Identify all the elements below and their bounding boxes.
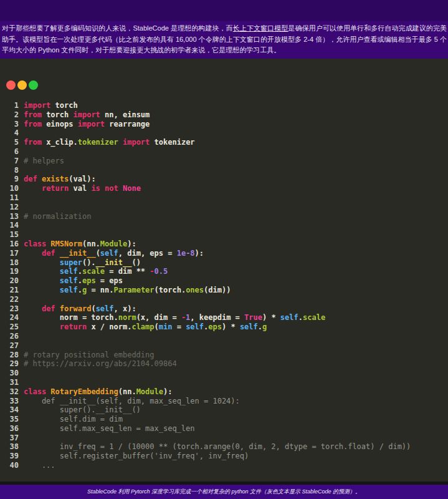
code-line-content: [19, 166, 24, 175]
code-line: 18 super().__init__(): [0, 258, 448, 268]
code-line-content: [19, 203, 24, 212]
code-line-content: [19, 230, 24, 240]
code-line: 24 norm = torch.norm(x, dim = -1, keepdi…: [0, 313, 448, 322]
code-line-content: # helpers: [19, 157, 64, 166]
code-line-content: import torch: [19, 101, 78, 110]
code-line-content: ...: [19, 461, 55, 470]
code-line-content: # normalization: [19, 212, 91, 221]
line-number: 40: [0, 461, 19, 470]
code-line: 1import torch: [0, 101, 448, 110]
code-line: 26: [0, 332, 448, 341]
code-line-content: self.scale = dim ** -0.5: [19, 267, 168, 276]
code-line-content: from einops import rearrange: [19, 120, 150, 129]
long-context-window-link[interactable]: 长上下文窗口模型: [233, 24, 288, 32]
code-line-content: def forward(self, x):: [19, 304, 136, 314]
code-line: 23 def forward(self, x):: [0, 304, 448, 314]
line-number: 30: [0, 369, 19, 378]
code-line: 16class RMSNorm(nn.Module):: [0, 240, 448, 249]
line-number: 38: [0, 442, 19, 452]
code-line: 2from torch import nn, einsum: [0, 110, 448, 120]
code-line-content: [19, 147, 24, 157]
code-line-content: [19, 341, 24, 351]
line-number: 9: [0, 175, 19, 184]
line-number: 23: [0, 304, 19, 314]
line-number: 16: [0, 240, 19, 249]
line-number: 1: [0, 101, 19, 110]
code-line-content: class RotaryEmbedding(nn.Module):: [19, 387, 172, 397]
line-number: 21: [0, 286, 19, 295]
code-line-content: return x / norm.clamp(min = self.eps) * …: [19, 322, 267, 332]
line-number: 28: [0, 351, 19, 360]
code-line-content: [19, 128, 24, 138]
code-line-content: def __init__(self, dim, max_seq_len = 10…: [19, 397, 240, 406]
zoom-button-icon[interactable]: [29, 80, 38, 90]
code-line: 28# rotary positional embedding: [0, 351, 448, 360]
line-number: 2: [0, 110, 19, 120]
code-line-content: return val is not None: [19, 184, 141, 193]
code-line: 33 def __init__(self, dim, max_seq_len =…: [0, 397, 448, 406]
code-line-content: [19, 221, 24, 230]
description-banner: 对于那些想要了解更多编码知识的人来说，StableCode 是理想的构建块，而长…: [0, 0, 448, 59]
line-number: 12: [0, 203, 19, 212]
line-number: 29: [0, 359, 19, 369]
code-line-content: [19, 434, 24, 443]
line-number: 24: [0, 313, 19, 322]
code-line: 13# normalization: [0, 212, 448, 221]
line-number: 31: [0, 378, 19, 387]
code-line-content: [19, 369, 24, 378]
code-line: 40 ...: [0, 461, 448, 470]
code-line-content: norm = torch.norm(x, dim = -1, keepdim =…: [19, 313, 325, 322]
line-number: 4: [0, 128, 19, 138]
line-number: 35: [0, 415, 19, 424]
line-number: 33: [0, 397, 19, 406]
line-number: 36: [0, 424, 19, 434]
line-number: 27: [0, 341, 19, 351]
line-number: 34: [0, 405, 19, 415]
code-line-content: from x_clip.tokenizer import tokenizer: [19, 138, 195, 147]
code-line: 34 super().__init__(): [0, 405, 448, 415]
code-line: 30: [0, 369, 448, 378]
line-number: 5: [0, 138, 19, 147]
line-number: 32: [0, 387, 19, 397]
code-line: 15: [0, 230, 448, 240]
line-number: 3: [0, 120, 19, 129]
code-line: 17 def __init__(self, dim, eps = 1e-8):: [0, 249, 448, 258]
caption-text: StableCode 利用 Pytorch 深度学习库完成一个相对复杂的 pyt…: [87, 488, 361, 496]
code-line-content: def exists(val):: [19, 175, 96, 184]
code-line-content: class RMSNorm(nn.Module):: [19, 240, 136, 249]
line-number: 6: [0, 147, 19, 157]
minimize-button-icon[interactable]: [17, 80, 27, 90]
line-number: 13: [0, 212, 19, 221]
line-number: 25: [0, 322, 19, 332]
code-line: 25 return x / norm.clamp(min = self.eps)…: [0, 322, 448, 332]
code-line-content: [19, 295, 24, 304]
code-line: 7# helpers: [0, 157, 448, 166]
line-number: 19: [0, 267, 19, 276]
line-number: 10: [0, 184, 19, 193]
line-number: 18: [0, 258, 19, 268]
code-line: 11: [0, 193, 448, 203]
code-line: 32class RotaryEmbedding(nn.Module):: [0, 387, 448, 397]
code-line: 35 self.dim = dim: [0, 415, 448, 424]
code-line: 36 self.max_seq_len = max_seq_len: [0, 424, 448, 434]
line-number: 11: [0, 193, 19, 203]
code-line-content: def __init__(self, dim, eps = 1e-8):: [19, 249, 204, 258]
code-line: 37: [0, 434, 448, 443]
code-line-content: from torch import nn, einsum: [19, 110, 150, 120]
code-line: 10 return val is not None: [0, 184, 448, 193]
code-line: 21 self.g = nn.Parameter(torch.ones(dim)…: [0, 286, 448, 295]
code-line-content: super().__init__(): [19, 405, 141, 415]
code-line-content: # rotary positional embedding: [19, 351, 155, 360]
code-editor-window: 1import torch2from torch import nn, eins…: [0, 59, 448, 482]
close-button-icon[interactable]: [6, 80, 16, 90]
line-number: 7: [0, 157, 19, 166]
code-lines: 1import torch2from torch import nn, eins…: [0, 101, 448, 470]
banner-text-before-link: 对于那些想要了解更多编码知识的人来说，StableCode 是理想的构建块，而: [2, 24, 233, 32]
code-line: 6: [0, 147, 448, 157]
code-line-content: [19, 332, 24, 341]
code-line-content: [19, 193, 24, 203]
code-line: 19 self.scale = dim ** -0.5: [0, 267, 448, 276]
code-line: 38 inv_freq = 1 / (10000 ** (torch.arang…: [0, 442, 448, 452]
code-line: 39 self.register_buffer('inv_freq', inv_…: [0, 452, 448, 461]
code-line-content: super().__init__(): [19, 258, 141, 268]
